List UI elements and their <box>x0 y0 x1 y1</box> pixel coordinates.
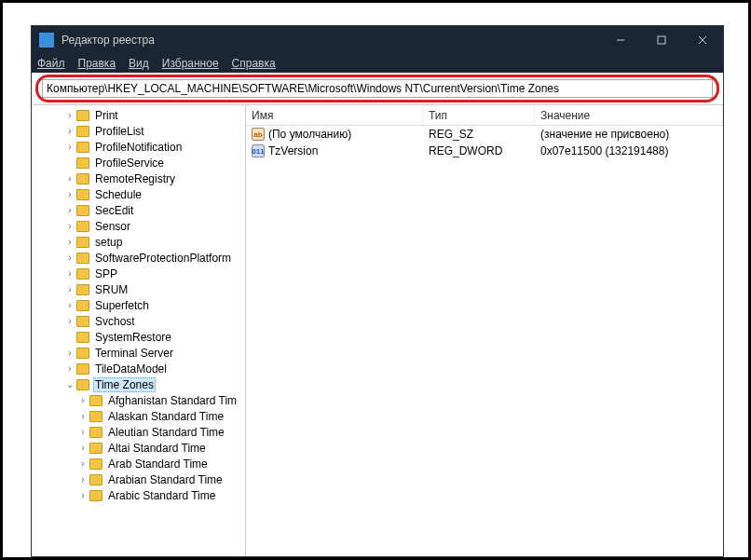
tree-item-label: SPP <box>93 267 119 280</box>
tree-item-label: Arab Standard Time <box>106 458 210 471</box>
chevron-right-icon[interactable]: › <box>63 189 76 199</box>
tree-item[interactable]: ›Terminal Server <box>35 345 245 361</box>
regedit-window: Редактор реестра Файл Правка Вид Избранн… <box>31 25 724 557</box>
chevron-right-icon[interactable]: › <box>63 142 76 152</box>
tree-item-label: Sensor <box>93 220 132 233</box>
tree-item[interactable]: ⌄Time Zones <box>35 376 245 392</box>
chevron-right-icon[interactable]: › <box>63 253 76 263</box>
chevron-right-icon[interactable]: › <box>63 205 76 215</box>
menu-file[interactable]: Файл <box>37 57 65 70</box>
chevron-right-icon[interactable]: › <box>76 474 89 485</box>
column-name[interactable]: Имя <box>246 106 423 125</box>
tree-item[interactable]: ›Aleutian Standard Time <box>35 424 245 440</box>
menu-favorites[interactable]: Избранное <box>162 57 219 70</box>
folder-icon <box>89 490 102 501</box>
folder-icon <box>76 110 89 121</box>
close-button[interactable] <box>682 26 723 54</box>
addressbar-row <box>32 73 723 104</box>
chevron-right-icon[interactable]: › <box>63 237 76 247</box>
app-icon <box>39 33 54 48</box>
titlebar[interactable]: Редактор реестра <box>32 26 723 54</box>
tree-item[interactable]: ›setup <box>35 234 245 250</box>
chevron-right-icon[interactable]: › <box>63 348 76 358</box>
tree-item[interactable]: ›TileDataModel <box>35 361 245 376</box>
folder-icon <box>89 411 102 422</box>
chevron-right-icon[interactable]: › <box>63 173 76 184</box>
folder-icon <box>76 205 89 216</box>
tree-pane[interactable]: ›Print›ProfileList›ProfileNotification›P… <box>32 105 246 556</box>
values-pane[interactable]: Имя Тип Значение ab(По умолчанию)REG_SZ(… <box>246 105 723 556</box>
tree-item[interactable]: ›Afghanistan Standard Tim <box>35 392 245 408</box>
folder-icon <box>76 284 89 295</box>
values-header: Имя Тип Значение <box>246 105 723 126</box>
chevron-right-icon[interactable]: › <box>63 363 76 374</box>
folder-icon <box>76 348 89 359</box>
chevron-right-icon[interactable]: › <box>76 427 89 437</box>
maximize-button[interactable] <box>641 26 682 54</box>
tree-item[interactable]: ›Arabian Standard Time <box>35 471 245 487</box>
tree-item[interactable]: ›RemoteRegistry <box>35 171 245 186</box>
chevron-right-icon[interactable]: › <box>76 458 89 469</box>
chevron-right-icon[interactable]: › <box>63 221 76 231</box>
folder-icon <box>76 316 89 327</box>
folder-icon <box>89 474 102 485</box>
tree-item[interactable]: ›SecEdit <box>35 202 245 218</box>
tree-item[interactable]: ›Alaskan Standard Time <box>35 408 245 424</box>
menu-help[interactable]: Справка <box>232 57 276 70</box>
tree-item[interactable]: ›Print <box>35 107 245 123</box>
svg-rect-1 <box>658 36 665 44</box>
chevron-right-icon[interactable]: › <box>63 284 76 294</box>
tree-item[interactable]: ›Svchost <box>35 313 245 329</box>
folder-icon <box>89 443 102 454</box>
tree-item-label: Superfetch <box>93 299 151 312</box>
chevron-down-icon[interactable]: ⌄ <box>63 379 76 389</box>
column-data[interactable]: Значение <box>535 106 723 125</box>
value-name-cell: ab(По умолчанию) <box>246 127 423 143</box>
minimize-button[interactable] <box>600 26 641 54</box>
folder-icon <box>76 332 89 343</box>
tree-item[interactable]: ›ProfileList <box>35 123 245 139</box>
chevron-right-icon[interactable]: › <box>63 300 76 310</box>
chevron-right-icon[interactable]: › <box>76 411 89 421</box>
value-row[interactable]: ab(По умолчанию)REG_SZ(значение не присв… <box>246 126 723 143</box>
address-highlight <box>35 75 719 102</box>
tree-item[interactable]: ›ProfileService <box>35 155 245 171</box>
tree-item[interactable]: ›SPP <box>35 266 245 281</box>
tree-item[interactable]: ›SRUM <box>35 281 245 297</box>
chevron-right-icon[interactable]: › <box>63 126 76 136</box>
column-type[interactable]: Тип <box>423 106 535 125</box>
window-title: Редактор реестра <box>61 34 600 47</box>
address-input[interactable] <box>42 79 713 98</box>
tree-item-label: SRUM <box>93 283 130 296</box>
tree-item[interactable]: ›Altai Standard Time <box>35 440 245 456</box>
tree-item-label: Print <box>93 109 120 122</box>
value-type-cell: REG_SZ <box>423 127 535 142</box>
tree-item-label: Svchost <box>93 315 137 328</box>
tree-item-label: Time Zones <box>93 377 156 392</box>
menubar: Файл Правка Вид Избранное Справка <box>32 54 723 73</box>
chevron-right-icon[interactable]: › <box>76 490 89 500</box>
tree-item[interactable]: ›SystemRestore <box>35 329 245 345</box>
value-name: TzVersion <box>268 144 318 157</box>
value-name: (По умолчанию) <box>268 128 351 141</box>
tree-item[interactable]: ›Schedule <box>35 186 245 202</box>
value-row[interactable]: 011TzVersionREG_DWORD0x07e11500 (1321914… <box>246 143 723 159</box>
chevron-right-icon[interactable]: › <box>63 110 76 120</box>
tree-item[interactable]: ›SoftwareProtectionPlatform <box>35 250 245 266</box>
tree-item[interactable]: ›ProfileNotification <box>35 139 245 155</box>
tree-item[interactable]: ›Arabic Standard Time <box>35 487 245 503</box>
tree-item[interactable]: ›Arab Standard Time <box>35 456 245 471</box>
chevron-right-icon[interactable]: › <box>76 443 89 453</box>
menu-view[interactable]: Вид <box>129 57 149 70</box>
tree-item[interactable]: ›Superfetch <box>35 297 245 313</box>
value-name-cell: 011TzVersion <box>246 143 423 159</box>
chevron-right-icon[interactable]: › <box>76 395 89 405</box>
menu-edit[interactable]: Правка <box>78 57 116 70</box>
chevron-right-icon[interactable]: › <box>63 268 76 279</box>
folder-icon <box>89 395 102 406</box>
tree-item-label: ProfileNotification <box>93 141 184 154</box>
tree-item-label: Afghanistan Standard Tim <box>106 394 239 407</box>
registry-tree: ›Print›ProfileList›ProfileNotification›P… <box>32 105 245 505</box>
chevron-right-icon[interactable]: › <box>63 316 76 326</box>
tree-item[interactable]: ›Sensor <box>35 218 245 234</box>
